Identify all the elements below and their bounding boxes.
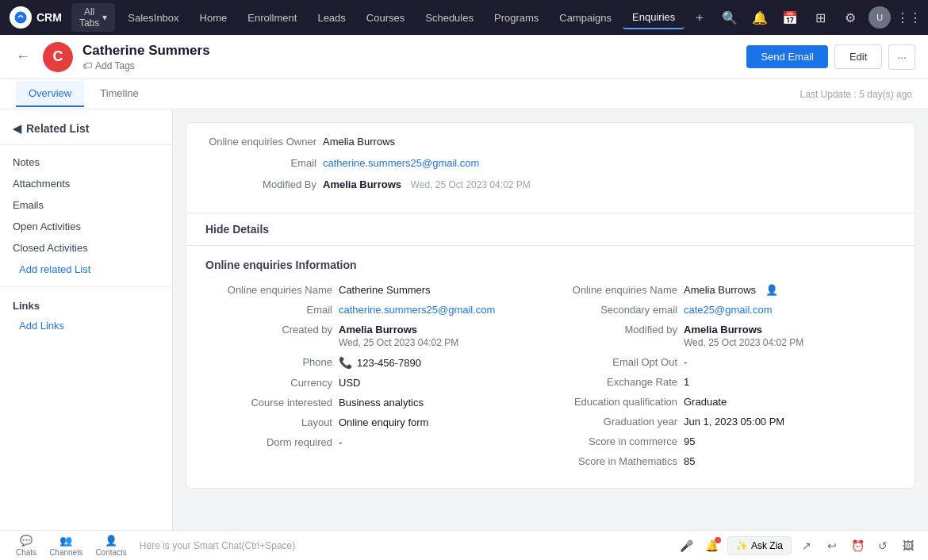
hide-details-button[interactable]: Hide Details (205, 223, 269, 236)
info-value-email-opt-out: - (684, 356, 895, 368)
info-row-created: Created by Amelia Burrows Wed, 25 Oct 20… (205, 324, 550, 348)
smart-chat-placeholder[interactable]: Here is your Smart Chat(Ctrl+Space) (140, 540, 670, 551)
info-row-course: Course interested Business analytics (205, 397, 550, 408)
info-label-course: Course interested (205, 397, 332, 408)
email-link[interactable]: catherine.summers25@gmail.com (323, 157, 479, 169)
send-button[interactable]: ↩ (822, 535, 842, 556)
email-row: Email catherine.summers25@gmail.com (205, 157, 895, 169)
nav-salesinbox[interactable]: SalesInbox (118, 7, 188, 29)
contact-name: Catherine Summers (82, 43, 737, 59)
info-label-created: Created by (205, 324, 332, 336)
phone-icon: 📞 (339, 356, 352, 369)
info-row-score-commerce: Score in commerce 95 (550, 435, 895, 447)
info-value-created: Amelia Burrows Wed, 25 Oct 2023 04:02 PM (339, 324, 550, 348)
channels-icon: 👥 (59, 535, 72, 547)
search-button[interactable]: 🔍 (718, 6, 742, 29)
microphone-button[interactable]: 🎤 (677, 535, 697, 556)
edit-button[interactable]: Edit (834, 44, 882, 69)
ask-zia-button[interactable]: ✨ Ask Zia (727, 536, 792, 555)
nav-leads[interactable]: Leads (308, 7, 355, 29)
info-label-phone: Phone (205, 356, 332, 368)
sidebar-item-closed-activities[interactable]: Closed Activities (0, 237, 172, 259)
sidebar-item-notes[interactable]: Notes (0, 152, 172, 173)
info-value-score-commerce: 95 (684, 435, 895, 447)
user-avatar[interactable]: U (869, 6, 891, 29)
chevron-down-icon: ▾ (102, 12, 107, 23)
tabs-bar: Overview Timeline Last Update : 5 day(s)… (0, 79, 928, 109)
sidebar-links-section: Links (0, 293, 172, 315)
info-value-graduation: Jun 1, 2023 05:00 PM (684, 416, 895, 428)
sidebar: ◀ Related List Notes Attachments Emails … (0, 109, 173, 560)
add-tags-button[interactable]: 🏷 Add Tags (82, 60, 737, 71)
add-links-link[interactable]: Add Links (0, 315, 172, 336)
nav-courses[interactable]: Courses (357, 7, 414, 29)
owner-value: Amelia Burrows (323, 136, 395, 148)
tag-icon: 🏷 (82, 60, 92, 71)
info-label-email-opt-out: Email Opt Out (550, 356, 677, 368)
info-value-layout: Online enquiry form (339, 416, 550, 428)
notifications-button[interactable]: 🔔 (748, 6, 772, 29)
attachment-button[interactable]: 🖼 (898, 535, 918, 556)
tab-timeline[interactable]: Timeline (87, 81, 151, 107)
apps-button[interactable]: ⊞ (808, 6, 832, 29)
info-value-phone: 📞 123-456-7890 (339, 356, 550, 369)
info-section-title: Online enquiries Information (205, 259, 895, 271)
info-label-name-left: Online enquiries Name (205, 284, 332, 296)
overview-section: Online enquiries Owner Amelia Burrows Em… (186, 123, 915, 213)
nav-programs[interactable]: Programs (485, 7, 548, 29)
tab-overview[interactable]: Overview (16, 81, 84, 107)
owner-row: Online enquiries Owner Amelia Burrows (205, 136, 895, 148)
schedule-button[interactable]: ⏰ (847, 535, 868, 556)
info-grid: Online enquiries Name Catherine Summers … (205, 284, 895, 475)
zia-icon: ✨ (736, 540, 748, 551)
nav-actions: ＋ 🔍 🔔 📅 ⊞ ⚙ U ⋮⋮ (688, 6, 921, 29)
bottom-nav-contacts[interactable]: 👤 Contacts (95, 535, 126, 557)
info-row-dorm: Dorm required - (205, 436, 550, 448)
logo-icon (10, 6, 32, 29)
email-link-left[interactable]: catherine.summers25@gmail.com (339, 304, 495, 316)
info-label-name-right: Online enquiries Name (550, 284, 677, 296)
modified-label: Modified By (205, 178, 316, 190)
settings-button[interactable]: ⚙ (838, 6, 862, 29)
nav-links: SalesInbox Home Enrollment Leads Courses… (118, 6, 684, 29)
info-label-layout: Layout (205, 416, 332, 428)
detail-card: Online enquiries Owner Amelia Burrows Em… (186, 122, 915, 489)
refresh-button[interactable]: ↺ (872, 535, 893, 556)
sidebar-item-open-activities[interactable]: Open Activities (0, 216, 172, 237)
app-logo: CRM (10, 6, 62, 29)
info-value-exchange-rate: 1 (684, 376, 895, 388)
all-tabs-button[interactable]: All Tabs ▾ (71, 3, 115, 32)
nav-enquiries[interactable]: Enquiries (623, 6, 684, 29)
sidebar-item-attachments[interactable]: Attachments (0, 173, 172, 194)
bottom-bar: 💬 Chats 👥 Channels 👤 Contacts Here is yo… (0, 530, 928, 560)
nav-campaigns[interactable]: Campaigns (550, 7, 621, 29)
nav-home[interactable]: Home (190, 7, 237, 29)
info-label-currency: Currency (205, 377, 332, 389)
secondary-email-link[interactable]: cate25@gmail.com (684, 304, 772, 316)
add-related-list-link[interactable]: Add related List (0, 259, 172, 280)
info-label-score-commerce: Score in commerce (550, 435, 677, 447)
info-row-score-math: Score in Mathematics 85 (550, 455, 895, 467)
bottom-nav-channels[interactable]: 👥 Channels (49, 535, 82, 557)
info-value-modified-right: Amelia Burrows Wed, 25 Oct 2023 04:02 PM (684, 324, 895, 348)
info-row-layout: Layout Online enquiry form (205, 416, 550, 428)
info-value-name-left: Catherine Summers (339, 284, 550, 296)
send-email-button[interactable]: Send Email (746, 45, 827, 68)
last-update: Last Update : 5 day(s) ago (800, 89, 912, 100)
info-row-exchange-rate: Exchange Rate 1 (550, 376, 895, 388)
bottom-left-nav: 💬 Chats 👥 Channels 👤 Contacts (10, 535, 133, 557)
more-actions-button[interactable]: ··· (888, 44, 915, 70)
notification-badge (715, 537, 721, 543)
assign-icon: 👤 (765, 284, 778, 296)
share-button[interactable]: ↗ (796, 535, 817, 556)
bottom-nav-chats[interactable]: 💬 Chats (16, 535, 36, 557)
back-button[interactable]: ← (13, 45, 33, 68)
nav-enrollment[interactable]: Enrollment (238, 7, 306, 29)
create-button[interactable]: ＋ (688, 6, 711, 29)
grid-button[interactable]: ⋮⋮ (897, 6, 921, 29)
info-value-education: Graduate (684, 396, 895, 408)
nav-schedules[interactable]: Schedules (416, 7, 483, 29)
sidebar-item-emails[interactable]: Emails (0, 194, 172, 216)
calendar-button[interactable]: 📅 (778, 6, 802, 29)
info-value-course: Business analytics (339, 397, 550, 408)
